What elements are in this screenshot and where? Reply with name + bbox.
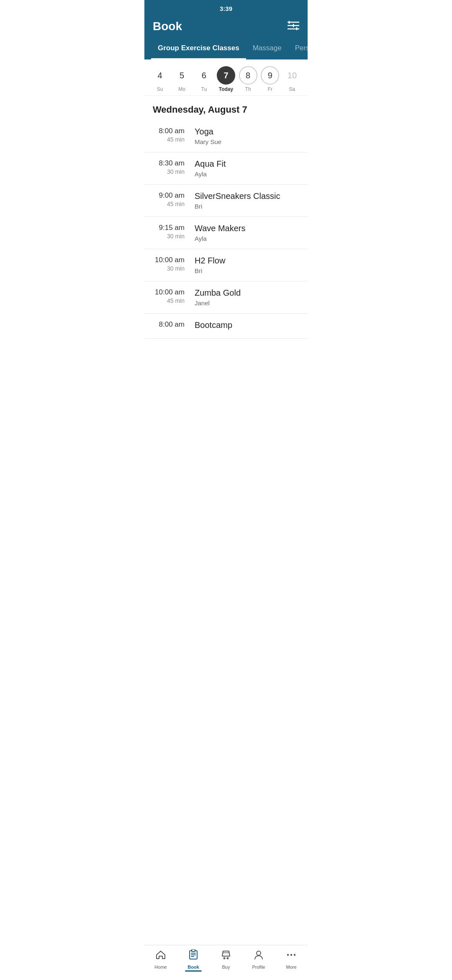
class-info-wavemakers: Wave Makers Ayla <box>195 224 299 242</box>
class-info-bootcamp: Bootcamp <box>195 320 299 332</box>
day-number-8: 8 <box>239 66 257 85</box>
class-item-wavemakers[interactable]: 9:15 am 30 min Wave Makers Ayla <box>144 217 308 249</box>
time-main-bootcamp: 8:00 am <box>153 320 185 329</box>
day-number-4: 4 <box>151 66 169 85</box>
filter-icon <box>288 21 299 30</box>
day-label-th: Th <box>245 86 251 92</box>
day-number-6: 6 <box>195 66 213 85</box>
calendar-day-9[interactable]: 9 Fr <box>259 66 280 92</box>
class-name-h2flow: H2 Flow <box>195 256 299 266</box>
content-area: 4 Su 5 Mo 6 Tu 7 Today 8 Th 9 Fr 10 Sa W… <box>144 59 308 377</box>
day-label-today: Today <box>219 86 233 92</box>
day-label-su: Su <box>157 86 163 92</box>
time-main-silversneakers: 9:00 am <box>153 191 185 200</box>
duration-h2flow: 30 min <box>153 265 185 272</box>
calendar-row: 4 Su 5 Mo 6 Tu 7 Today 8 Th 9 Fr 10 Sa <box>144 59 308 96</box>
day-label-sa: Sa <box>289 86 295 92</box>
header: Book <box>144 15 308 39</box>
class-info-yoga: Yoga Mary Sue <box>195 127 299 145</box>
time-main-h2flow: 10:00 am <box>153 256 185 264</box>
time-main-yoga: 8:00 am <box>153 127 185 135</box>
class-name-zumbagold: Zumba Gold <box>195 288 299 298</box>
class-info-h2flow: H2 Flow Bri <box>195 256 299 274</box>
day-number-9: 9 <box>261 66 279 85</box>
class-item-yoga[interactable]: 8:00 am 45 min Yoga Mary Sue <box>144 120 308 152</box>
day-number-7: 7 <box>217 66 235 85</box>
class-info-silversneakers: SilverSneakers Classic Bri <box>195 191 299 210</box>
day-label-mo: Mo <box>178 86 185 92</box>
tab-personal[interactable]: Personal <box>288 39 308 58</box>
duration-wavemakers: 30 min <box>153 233 185 240</box>
time-main-zumbagold: 10:00 am <box>153 288 185 297</box>
class-instructor-yoga: Mary Sue <box>195 138 299 145</box>
calendar-day-10[interactable]: 10 Sa <box>282 66 303 92</box>
class-instructor-h2flow: Bri <box>195 267 299 274</box>
calendar-day-4[interactable]: 4 Su <box>149 66 170 92</box>
class-info-aquafit: Aqua Fit Ayla <box>195 159 299 178</box>
calendar-day-8[interactable]: 8 Th <box>238 66 259 92</box>
class-instructor-zumbagold: Janel <box>195 299 299 307</box>
class-time-silversneakers: 9:00 am 45 min <box>153 191 195 207</box>
class-name-bootcamp: Bootcamp <box>195 320 299 330</box>
class-name-silversneakers: SilverSneakers Classic <box>195 191 299 201</box>
day-label-fr: Fr <box>268 86 272 92</box>
time-main-wavemakers: 9:15 am <box>153 224 185 232</box>
calendar-day-7[interactable]: 7 Today <box>216 66 236 92</box>
class-instructor-aquafit: Ayla <box>195 170 299 178</box>
page-title: Book <box>153 20 182 33</box>
calendar-day-6[interactable]: 6 Tu <box>193 66 214 92</box>
calendar-day-5[interactable]: 5 Mo <box>172 66 193 92</box>
class-time-h2flow: 10:00 am 30 min <box>153 256 195 272</box>
class-info-zumbagold: Zumba Gold Janel <box>195 288 299 307</box>
filter-button[interactable] <box>288 21 299 32</box>
tab-group-exercise[interactable]: Group Exercise Classes <box>151 39 246 59</box>
day-number-10: 10 <box>283 66 301 85</box>
class-list: 8:00 am 45 min Yoga Mary Sue 8:30 am 30 … <box>144 120 308 339</box>
class-item-bootcamp[interactable]: 8:00 am Bootcamp <box>144 314 308 339</box>
status-bar: 3:39 <box>144 0 308 15</box>
duration-yoga: 45 min <box>153 136 185 143</box>
class-time-bootcamp: 8:00 am <box>153 320 195 330</box>
class-name-aquafit: Aqua Fit <box>195 159 299 169</box>
class-time-aquafit: 8:30 am 30 min <box>153 159 195 175</box>
class-item-h2flow[interactable]: 10:00 am 30 min H2 Flow Bri <box>144 249 308 281</box>
class-instructor-silversneakers: Bri <box>195 203 299 210</box>
duration-aquafit: 30 min <box>153 168 185 175</box>
tab-bar: Group Exercise Classes Massage Personal <box>144 39 308 59</box>
day-label-tu: Tu <box>201 86 207 92</box>
class-time-wavemakers: 9:15 am 30 min <box>153 224 195 240</box>
day-number-5: 5 <box>173 66 191 85</box>
status-time: 3:39 <box>220 5 232 12</box>
class-name-wavemakers: Wave Makers <box>195 224 299 233</box>
class-item-silversneakers[interactable]: 9:00 am 45 min SilverSneakers Classic Br… <box>144 185 308 217</box>
class-name-yoga: Yoga <box>195 127 299 137</box>
class-instructor-wavemakers: Ayla <box>195 235 299 242</box>
duration-zumbagold: 45 min <box>153 297 185 304</box>
class-time-yoga: 8:00 am 45 min <box>153 127 195 143</box>
date-heading: Wednesday, August 7 <box>144 96 308 120</box>
duration-silversneakers: 45 min <box>153 201 185 207</box>
time-main-aquafit: 8:30 am <box>153 159 185 168</box>
class-time-zumbagold: 10:00 am 45 min <box>153 288 195 304</box>
class-item-zumbagold[interactable]: 10:00 am 45 min Zumba Gold Janel <box>144 281 308 314</box>
tab-massage[interactable]: Massage <box>246 39 288 58</box>
class-item-aquafit[interactable]: 8:30 am 30 min Aqua Fit Ayla <box>144 152 308 185</box>
